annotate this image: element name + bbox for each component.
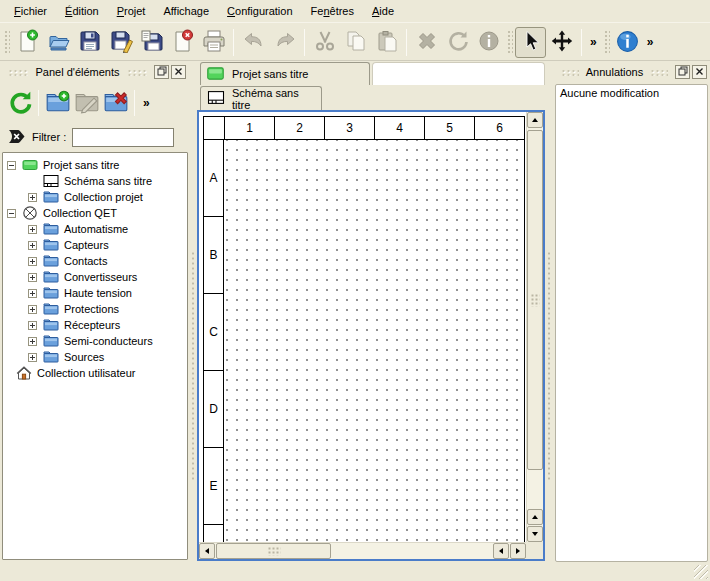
close-panel-button[interactable] xyxy=(692,65,707,79)
tree-item-sources[interactable]: Sources xyxy=(3,349,187,365)
info-gray-button[interactable] xyxy=(473,27,504,58)
new-document-button[interactable] xyxy=(12,27,43,58)
scroll-down-button[interactable] xyxy=(527,526,543,542)
horizontal-scrollbar-thumb[interactable] xyxy=(216,543,331,559)
row-header: D xyxy=(204,371,224,448)
tree-item-contacts[interactable]: Contacts xyxy=(3,253,187,269)
dock-title-grip xyxy=(127,69,147,76)
close-document-button[interactable] xyxy=(167,27,198,58)
annulations-panel-titlebar[interactable]: Annulations xyxy=(553,62,710,82)
move-mode-button[interactable] xyxy=(546,27,577,58)
save-all-button[interactable] xyxy=(136,27,167,58)
print-button[interactable] xyxy=(198,27,229,58)
delete-button[interactable] xyxy=(411,27,442,58)
copy-button[interactable] xyxy=(340,27,371,58)
tree-item-collection-projet[interactable]: Collection projet xyxy=(3,189,187,205)
scroll-right-button[interactable] xyxy=(510,543,526,559)
expand-expander-icon[interactable] xyxy=(28,225,37,234)
window-size-grip[interactable] xyxy=(694,565,708,579)
menu-edition[interactable]: Édition xyxy=(56,1,108,21)
tree-item-collection-qet[interactable]: Collection QET xyxy=(3,205,187,221)
expand-expander-icon[interactable] xyxy=(28,257,37,266)
menu-affichage[interactable]: Affichage xyxy=(154,1,218,21)
tab-projet-sans-titre[interactable]: Projet sans titre xyxy=(200,62,370,85)
right-splitter[interactable] xyxy=(545,61,553,561)
undo-button[interactable] xyxy=(238,27,269,58)
diagram-canvas[interactable]: 1 2 3 4 5 6 A B C D E xyxy=(199,112,526,542)
paste-button[interactable] xyxy=(371,27,402,58)
scroll-left-button-right[interactable] xyxy=(493,543,509,559)
scroll-up-button[interactable] xyxy=(527,112,543,128)
menu-fenetres[interactable]: Fenêtres xyxy=(302,1,363,21)
collapse-expander-icon[interactable] xyxy=(7,161,16,170)
tree-item-recepteurs[interactable]: Récepteurs xyxy=(3,317,187,333)
open-button[interactable] xyxy=(43,27,74,58)
delete-category-button[interactable] xyxy=(101,89,130,118)
menu-projet[interactable]: Projet xyxy=(108,1,155,21)
clear-filter-icon[interactable] xyxy=(7,129,26,146)
horizontal-scrollbar[interactable] xyxy=(199,542,526,559)
folder-icon xyxy=(43,333,59,349)
toolbar-drag-handle[interactable] xyxy=(3,29,10,55)
tree-item-schema-sans-titre[interactable]: Schéma sans titre xyxy=(3,173,187,189)
elements-tree[interactable]: Projet sans titre Schéma sans titre Coll… xyxy=(2,152,188,560)
tree-item-protections[interactable]: Protections xyxy=(3,301,187,317)
filter-row: Filtrer : xyxy=(0,124,189,150)
collapse-expander-icon[interactable] xyxy=(7,209,16,218)
menu-fichier[interactable]: Fichier xyxy=(5,1,56,21)
save-as-icon xyxy=(109,29,133,55)
close-panel-button[interactable] xyxy=(171,65,186,79)
menu-configuration[interactable]: Configuration xyxy=(218,1,301,21)
vertical-scrollbar[interactable] xyxy=(526,112,543,542)
save-button[interactable] xyxy=(74,27,105,58)
toolbar-drag-handle[interactable] xyxy=(603,29,610,55)
expand-expander-icon[interactable] xyxy=(28,289,37,298)
expand-expander-icon[interactable] xyxy=(28,305,37,314)
save-as-button[interactable] xyxy=(105,27,136,58)
left-splitter[interactable] xyxy=(189,61,197,561)
expand-expander-icon[interactable] xyxy=(28,353,37,362)
vertical-scrollbar-thumb[interactable] xyxy=(527,130,543,470)
cut-button[interactable] xyxy=(309,27,340,58)
expand-expander-icon[interactable] xyxy=(28,321,37,330)
expand-expander-icon[interactable] xyxy=(28,273,37,282)
expand-expander-icon[interactable] xyxy=(28,193,37,202)
toolbar-overflow-button[interactable]: » xyxy=(586,35,601,49)
paste-icon xyxy=(375,29,399,55)
tree-item-collection-utilisateur[interactable]: Collection utilisateur xyxy=(3,365,187,381)
panel-toolbar-overflow-button[interactable]: » xyxy=(139,96,154,110)
elements-panel-titlebar[interactable]: Panel d'éléments xyxy=(0,62,189,82)
select-mode-button[interactable] xyxy=(515,27,546,58)
float-panel-button[interactable] xyxy=(675,65,690,79)
expand-expander-icon[interactable] xyxy=(28,241,37,250)
undo-history-list[interactable]: Aucune modification xyxy=(555,84,708,562)
toolbar-overflow-button[interactable]: » xyxy=(643,35,658,49)
tree-item-projet-sans-titre[interactable]: Projet sans titre xyxy=(3,157,187,173)
info-blue-icon xyxy=(615,29,640,56)
expand-expander-icon[interactable] xyxy=(28,337,37,346)
reload-collections-button[interactable] xyxy=(5,89,34,118)
folder-icon xyxy=(43,349,59,365)
tree-item-haute-tension[interactable]: Haute tension xyxy=(3,285,187,301)
new-category-button[interactable] xyxy=(43,89,72,118)
tree-item-capteurs[interactable]: Capteurs xyxy=(3,237,187,253)
float-panel-button[interactable] xyxy=(154,65,169,79)
toolbar-drag-handle[interactable] xyxy=(506,29,513,55)
tab-schema-sans-titre[interactable]: Schéma sans titre xyxy=(200,86,322,110)
menu-aide[interactable]: Aide xyxy=(363,1,403,21)
scroll-left-button[interactable] xyxy=(199,543,215,559)
about-button[interactable] xyxy=(612,27,643,58)
undo-icon xyxy=(242,29,266,55)
filter-input[interactable] xyxy=(72,128,174,147)
tree-item-automatisme[interactable]: Automatisme xyxy=(3,221,187,237)
qet-collection-icon xyxy=(22,205,38,221)
edit-category-button[interactable] xyxy=(72,89,101,118)
menu-bar: Fichier Édition Projet Affichage Configu… xyxy=(0,0,710,23)
rotate-button[interactable] xyxy=(442,27,473,58)
scroll-up-button-bottom[interactable] xyxy=(527,509,543,525)
project-tabbar-empty-area xyxy=(372,62,545,85)
tree-item-semi-conducteurs[interactable]: Semi-conducteurs xyxy=(3,333,187,349)
elements-panel-title: Panel d'éléments xyxy=(33,66,121,78)
redo-button[interactable] xyxy=(269,27,300,58)
tree-item-convertisseurs[interactable]: Convertisseurs xyxy=(3,269,187,285)
